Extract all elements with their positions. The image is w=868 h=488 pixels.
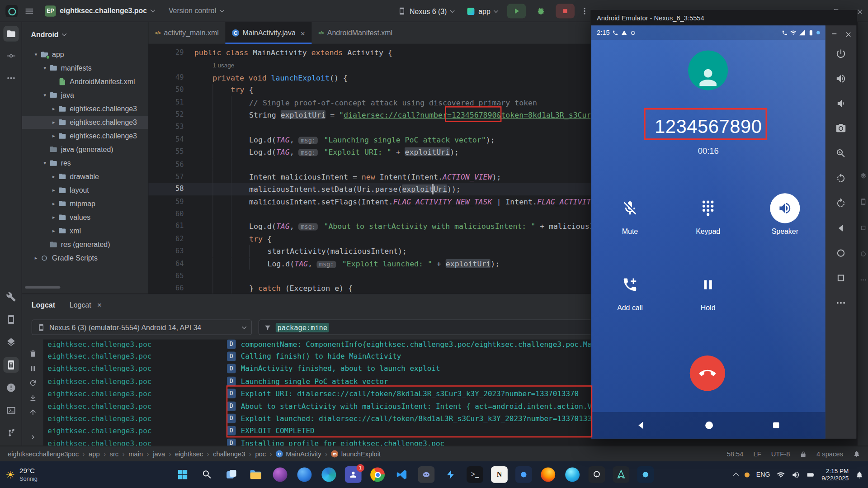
expand-button[interactable] bbox=[26, 430, 39, 443]
weather-widget[interactable]: ☀ 29°C Sonnig bbox=[5, 461, 38, 488]
restart-logcat-button[interactable] bbox=[26, 376, 39, 389]
volume-up-button[interactable] bbox=[826, 66, 857, 91]
go-to-top-button[interactable] bbox=[26, 405, 39, 418]
debug-button[interactable] bbox=[531, 4, 550, 19]
screenshot-button[interactable] bbox=[826, 116, 857, 141]
language-indicator[interactable]: ENG bbox=[756, 471, 770, 478]
taskbar-app-android-studio[interactable] bbox=[613, 466, 630, 483]
read-only-lock-icon[interactable] bbox=[800, 450, 807, 457]
tree-item-eightksec-challenge3[interactable]: ▸eightksec.challenge3 bbox=[22, 129, 148, 142]
pause-logcat-button[interactable] bbox=[26, 362, 39, 375]
wifi-icon[interactable] bbox=[777, 470, 785, 479]
taskbar-clock[interactable]: 2:15 PM 9/22/2025 bbox=[821, 467, 849, 482]
emulator-title-bar[interactable]: Android Emulator - Nexus_6_3:5554 bbox=[591, 10, 857, 25]
breadcrumb-item-java[interactable]: java bbox=[153, 450, 165, 458]
taskbar-app-github[interactable] bbox=[589, 466, 605, 483]
chevron-down-icon[interactable]: ▾ bbox=[41, 92, 49, 98]
version-control-tool-button[interactable] bbox=[3, 425, 19, 441]
chevron-down-icon[interactable]: ▾ bbox=[32, 52, 40, 57]
file-encoding[interactable]: UTF-8 bbox=[771, 450, 790, 458]
taskbar-app-windows-start[interactable] bbox=[175, 466, 191, 483]
clear-logcat-button[interactable] bbox=[26, 347, 39, 360]
usage-hint[interactable]: 1 usage bbox=[212, 62, 234, 69]
cursor-position[interactable]: 58:54 bbox=[727, 450, 744, 458]
hold-button[interactable]: Hold bbox=[675, 266, 741, 312]
editor-tab-androidmanifest-xml[interactable]: </>AndroidManifest.xml bbox=[311, 22, 399, 44]
hidden-icons-chevron[interactable] bbox=[733, 473, 739, 478]
mute-button[interactable]: Mute bbox=[597, 190, 663, 236]
chevron-right-icon[interactable]: ▸ bbox=[50, 119, 57, 125]
minimize-emulator-icon[interactable] bbox=[830, 30, 838, 38]
tree-item-drawable[interactable]: ▸drawable bbox=[22, 170, 148, 183]
tray-app-icon[interactable] bbox=[745, 472, 750, 477]
close-window-icon[interactable] bbox=[856, 8, 863, 15]
more-button[interactable] bbox=[826, 290, 857, 315]
taskbar-app-discord[interactable] bbox=[418, 466, 434, 483]
stop-button[interactable] bbox=[556, 4, 575, 19]
volume-down-button[interactable] bbox=[826, 91, 857, 116]
battery-icon[interactable] bbox=[807, 470, 815, 479]
commit-tool-button[interactable] bbox=[3, 48, 19, 64]
taskbar-app-terminal[interactable]: >_ bbox=[467, 466, 483, 483]
logcat-device-selector[interactable]: Nexus 6 (3) (emulator-5554) Android 14, … bbox=[32, 320, 252, 335]
taskbar-app-notion[interactable]: N bbox=[491, 466, 508, 483]
taskbar-app-file-explorer[interactable] bbox=[247, 466, 264, 483]
running-devices-tool-button[interactable] bbox=[3, 335, 19, 350]
taskbar-app-edge[interactable] bbox=[321, 466, 337, 483]
tree-item-res-generated-[interactable]: res (generated) bbox=[22, 237, 148, 251]
taskbar-app-vscode[interactable] bbox=[394, 466, 410, 483]
terminal-tool-button[interactable] bbox=[3, 403, 19, 418]
breadcrumb-item-launchexploit[interactable]: mlaunchExploit bbox=[331, 450, 381, 458]
taskbar-app-firefox[interactable] bbox=[540, 466, 557, 483]
problems-tool-button[interactable] bbox=[3, 380, 19, 395]
taskbar-app-teams[interactable]: 1 bbox=[345, 466, 362, 483]
emulator-screen[interactable]: 2:15 1234567890 00:16 bbox=[591, 25, 826, 438]
close-tab-icon[interactable]: × bbox=[301, 28, 305, 38]
back-button[interactable] bbox=[826, 215, 857, 240]
overview-button[interactable] bbox=[826, 265, 857, 290]
end-call-button[interactable] bbox=[690, 355, 725, 391]
chevron-right-icon[interactable]: ▸ bbox=[50, 174, 57, 179]
chevron-right-icon[interactable]: ▸ bbox=[50, 228, 57, 233]
zoom-button[interactable] bbox=[826, 141, 857, 166]
tool-3-tool-button[interactable] bbox=[859, 224, 867, 232]
home-nav-icon[interactable] bbox=[703, 419, 715, 431]
taskbar-app-app-dark-blue[interactable] bbox=[515, 466, 532, 483]
tree-item-androidmanifest-xml[interactable]: AndroidManifest.xml bbox=[22, 75, 148, 88]
taskbar-app-search[interactable] bbox=[199, 466, 216, 483]
tree-item-xml[interactable]: ▸xml bbox=[22, 224, 148, 237]
taskbar-app-task-view[interactable] bbox=[223, 466, 240, 483]
breadcrumb-item-app[interactable]: app bbox=[89, 450, 100, 458]
tree-item-app[interactable]: ▾app bbox=[22, 47, 148, 61]
taskbar-app-chrome[interactable] bbox=[369, 466, 386, 483]
chevron-down-icon[interactable]: ▾ bbox=[41, 65, 49, 71]
keypad-button[interactable]: Keypad bbox=[675, 190, 741, 236]
build-tool-button[interactable] bbox=[3, 289, 19, 304]
tree-item-eightksec-challenge3[interactable]: ▸eightksec.challenge3 bbox=[22, 102, 148, 115]
notifications-icon[interactable] bbox=[853, 450, 860, 458]
breadcrumb-item-poc[interactable]: poc bbox=[255, 450, 266, 458]
breadcrumb-item-eightksec[interactable]: eightksec bbox=[175, 450, 203, 458]
line-separator[interactable]: LF bbox=[753, 450, 761, 458]
version-control-widget[interactable]: Version control bbox=[165, 3, 227, 19]
chevron-right-icon[interactable]: ▸ bbox=[32, 255, 40, 261]
taskbar-app-app-purple[interactable] bbox=[272, 466, 288, 483]
taskbar-app-browser-blue[interactable] bbox=[296, 466, 313, 483]
tool-2-tool-button[interactable] bbox=[859, 198, 867, 205]
volume-icon[interactable] bbox=[792, 470, 800, 479]
tree-item-res[interactable]: ▾res bbox=[22, 156, 148, 170]
logcat-tool-button[interactable] bbox=[3, 357, 19, 373]
add-call-button[interactable]: Add call bbox=[597, 266, 663, 312]
main-menu-icon[interactable] bbox=[24, 6, 34, 16]
tree-item-layout[interactable]: ▸layout bbox=[22, 183, 148, 197]
tool-4-tool-button[interactable] bbox=[859, 250, 867, 257]
device-selector[interactable]: Nexus 6 (3) bbox=[394, 3, 458, 19]
tree-item-java[interactable]: ▾java bbox=[22, 88, 148, 102]
taskbar-app-browser-teal[interactable] bbox=[564, 466, 581, 483]
rotate-right-button[interactable] bbox=[826, 190, 857, 215]
project-tool-button[interactable] bbox=[3, 26, 19, 42]
run-button[interactable] bbox=[507, 4, 526, 19]
project-widget[interactable]: EP eightksec.challenge3.poc bbox=[41, 3, 158, 19]
editor-tab-activity-main-xml[interactable]: </>activity_main.xml bbox=[148, 22, 225, 44]
device-manager-tool-button[interactable] bbox=[3, 312, 19, 327]
